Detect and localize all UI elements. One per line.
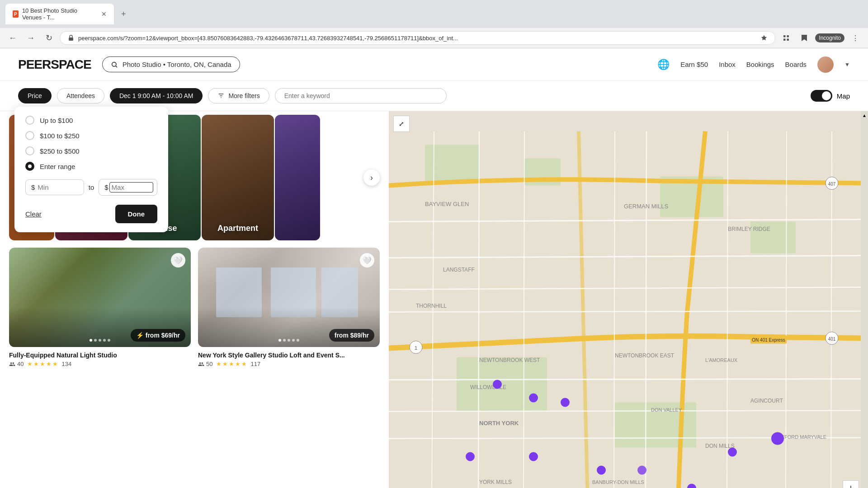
svg-rect-1	[783, 35, 786, 38]
venue-price-badge-0: ⚡ from $69/hr	[131, 329, 185, 342]
venue-stars-1: ★ ★ ★ ★ ★	[216, 361, 247, 367]
price-option-1[interactable]: $100 to $250	[25, 131, 157, 140]
svg-point-49	[771, 432, 784, 445]
clear-button[interactable]: Clear	[25, 210, 42, 218]
venue-heart-1[interactable]: 🤍	[360, 253, 374, 267]
price-option-2[interactable]: $250 to $500	[25, 146, 157, 155]
svg-rect-3	[783, 39, 786, 41]
star-icon	[760, 34, 768, 42]
browser-titlebar: P 10 Best Photo Studio Venues - T... ✕ +	[0, 0, 868, 28]
price-filter-button[interactable]: Price	[18, 88, 52, 103]
min-dollar-sign: $	[31, 183, 35, 191]
svg-rect-10	[425, 145, 479, 181]
tab-close-button[interactable]: ✕	[101, 10, 107, 18]
category-card-3[interactable]	[275, 115, 320, 240]
map-toggle: Map	[811, 90, 850, 102]
min-price-input[interactable]	[38, 183, 78, 191]
svg-text:NEWTONBROOK EAST: NEWTONBROOK EAST	[615, 352, 675, 359]
filter-icon	[217, 92, 225, 99]
forward-button[interactable]: →	[24, 31, 38, 45]
avatar[interactable]	[817, 56, 834, 73]
radio-circle-1	[25, 131, 34, 140]
incognito-badge: Incognito	[815, 33, 844, 42]
venue-capacity-0: 40	[9, 361, 24, 367]
language-button[interactable]: 🌐	[657, 59, 670, 70]
inbox-nav-item[interactable]: Inbox	[719, 61, 736, 68]
venue-info-1: New York Style Gallery Studio Loft and E…	[198, 347, 380, 372]
search-bar[interactable]: Photo Studio • Toronto, ON, Canada	[102, 56, 240, 72]
attendees-filter-button[interactable]: Attendees	[57, 88, 104, 103]
venue-dot-1-2	[288, 339, 290, 342]
more-filters-button[interactable]: More filters	[208, 88, 269, 103]
price-option-label-3: Enter range	[40, 163, 75, 170]
price-options: Up to $100 $100 to $250 $250 to $500 Ent…	[25, 116, 157, 171]
menu-button[interactable]: ⋮	[848, 31, 863, 45]
venue-dot-0-4	[108, 339, 110, 342]
tab-favicon: P	[13, 10, 19, 18]
app-header: PEERSPACE Photo Studio • Toronto, ON, Ca…	[0, 48, 868, 81]
boards-nav-item[interactable]: Boards	[785, 61, 807, 68]
max-price-input[interactable]	[109, 182, 153, 192]
venue-image-1: from $89/hr 🤍	[198, 248, 380, 347]
svg-point-43	[466, 452, 475, 461]
venue-title-0: Fully-Equipped Natural Light Studio	[9, 352, 191, 359]
search-icon	[111, 61, 118, 68]
svg-point-44	[529, 452, 538, 461]
venue-capacity-text-1: 50	[206, 361, 212, 367]
address-text: peerspace.com/s/?zoom=12&viewport_bbox=[…	[78, 35, 757, 42]
avatar-chevron[interactable]: ▼	[844, 61, 850, 68]
tab-title: 10 Best Photo Studio Venues - T...	[22, 7, 94, 21]
earn-nav-item[interactable]: Earn $50	[680, 61, 708, 68]
category-card-2[interactable]: Apartment	[202, 115, 274, 240]
map-toggle-switch[interactable]	[811, 90, 832, 102]
browser-chrome: P 10 Best Photo Studio Venues - T... ✕ +…	[0, 0, 868, 48]
map-zoom-in-button[interactable]: +	[843, 480, 859, 488]
venue-info-0: Fully-Equipped Natural Light Studio 40 ★…	[9, 347, 191, 372]
svg-point-42	[561, 398, 570, 407]
back-button[interactable]: ←	[5, 31, 20, 45]
svg-text:407: 407	[828, 182, 836, 187]
venue-meta-0: 40 ★ ★ ★ ★ ★ 134	[9, 361, 191, 367]
venue-dot-1-0	[278, 339, 281, 342]
svg-point-5	[112, 62, 116, 66]
venue-title-1: New York Style Gallery Studio Loft and E…	[198, 352, 380, 359]
address-bar[interactable]: peerspace.com/s/?zoom=12&viewport_bbox=[…	[60, 31, 775, 45]
price-range-inputs: $ to $	[25, 179, 157, 196]
svg-text:LANGSTAFF: LANGSTAFF	[443, 267, 475, 273]
new-tab-button[interactable]: +	[118, 8, 130, 21]
keyword-input[interactable]	[275, 88, 447, 103]
bookings-nav-item[interactable]: Bookings	[746, 61, 774, 68]
svg-rect-0	[69, 38, 73, 41]
category-next-button[interactable]: ›	[363, 169, 380, 186]
map-scroll-up-button[interactable]: ▲	[862, 113, 867, 118]
map-expand-button[interactable]: ⤢	[393, 116, 410, 132]
refresh-button[interactable]: ↻	[42, 31, 56, 45]
browser-tab[interactable]: P 10 Best Photo Studio Venues - T... ✕	[5, 4, 114, 24]
done-button[interactable]: Done	[115, 205, 158, 223]
map-scrollbar[interactable]: ▲	[861, 111, 868, 488]
min-price-wrap: $	[25, 179, 84, 195]
max-price-wrap: $	[99, 179, 157, 196]
price-option-label-1: $100 to $250	[40, 132, 80, 140]
app-logo[interactable]: PEERSPACE	[18, 57, 91, 72]
venue-image-0: ⚡ from $69/hr 🤍	[9, 248, 191, 347]
svg-text:401: 401	[828, 337, 836, 342]
venue-stars-0: ★ ★ ★ ★ ★	[27, 361, 58, 367]
venue-card-1[interactable]: from $89/hr 🤍 New York Style Gallery Stu…	[198, 248, 380, 372]
svg-point-40	[493, 380, 502, 389]
venue-capacity-text-0: 40	[17, 361, 24, 367]
svg-point-41	[529, 394, 538, 403]
price-option-3[interactable]: Enter range	[25, 162, 157, 171]
extension-button[interactable]	[779, 31, 793, 45]
venue-dot-1-3	[292, 339, 295, 342]
venue-dot-0-1	[94, 339, 97, 342]
venue-card-0[interactable]: ⚡ from $69/hr 🤍 Fully-Equipped Natural L…	[9, 248, 191, 372]
toggle-thumb	[822, 91, 831, 100]
bookmark-button[interactable]	[797, 31, 811, 45]
search-bar-text: Photo Studio • Toronto, ON, Canada	[123, 61, 231, 68]
venue-capacity-1: 50	[198, 361, 212, 367]
venue-heart-0[interactable]: 🤍	[171, 253, 185, 267]
price-option-0[interactable]: Up to $100	[25, 116, 157, 125]
price-option-label-2: $250 to $500	[40, 147, 80, 155]
date-filter-button[interactable]: Dec 1 9:00 AM - 10:00 AM	[110, 88, 203, 103]
